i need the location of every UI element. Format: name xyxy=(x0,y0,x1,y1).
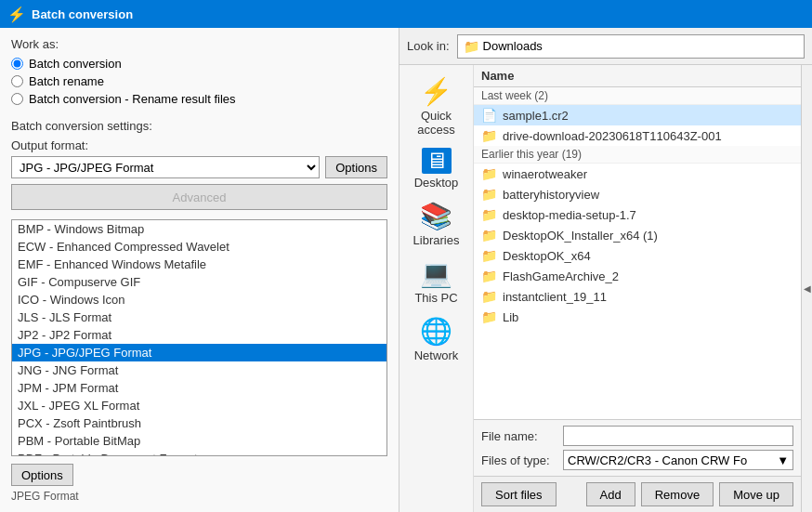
format-item-jls[interactable]: JLS - JLS Format xyxy=(12,309,386,326)
sidebar-item-this-pc-label: This PC xyxy=(414,291,457,305)
radio-batch-rename[interactable]: Batch rename xyxy=(11,74,387,88)
file-name-label: File name: xyxy=(481,429,556,443)
format-item-jpg[interactable]: JPG - JPG/JPEG Format xyxy=(12,344,386,361)
folder-icon-desktopok-x64: 📁 xyxy=(481,248,497,263)
add-button[interactable]: Add xyxy=(586,482,635,506)
format-item-jpm[interactable]: JPM - JPM Format xyxy=(12,379,386,397)
file-list: Last week (2) 📄 sample1.cr2 📁 drive-down… xyxy=(474,87,801,419)
quick-access-icon: ⚡ xyxy=(420,76,452,107)
file-item-batteryhistoryview[interactable]: 📁 batteryhistoryview xyxy=(474,184,801,204)
format-item-jp2[interactable]: JP2 - JP2 Format xyxy=(12,326,386,344)
file-name-flashgamearchive: FlashGameArchive_2 xyxy=(503,269,619,283)
file-name-winaerotweaker: winaerotweaker xyxy=(503,167,587,181)
file-item-desktopok-x64[interactable]: 📁 DesktopOK_x64 xyxy=(474,245,801,266)
format-item-ico[interactable]: ICO - Windows Icon xyxy=(12,291,386,309)
file-name-row: File name: xyxy=(481,426,793,446)
this-pc-icon: 💻 xyxy=(420,258,452,289)
radio-batch-conversion-rename[interactable]: Batch conversion - Rename result files xyxy=(11,92,387,106)
folder-icon-lib: 📁 xyxy=(481,309,497,324)
output-format-label: Output format: xyxy=(11,138,387,152)
file-browser: ⚡ Quick access 🖥 Desktop 📚 Libraries 💻 T… xyxy=(399,65,812,512)
files-of-type-row: Files of type: CRW/CR2/CR3 - Canon CRW F… xyxy=(481,450,793,470)
file-item-lib[interactable]: 📁 Lib xyxy=(474,307,801,327)
folder-icon-instantclient: 📁 xyxy=(481,289,497,304)
format-item-ecw[interactable]: ECW - Enhanced Compressed Wavelet xyxy=(12,238,386,256)
file-name-desktopok-x64: DesktopOK_x64 xyxy=(503,249,591,263)
desktop-icon: 🖥 xyxy=(422,148,452,174)
sidebar-item-this-pc[interactable]: 💻 This PC xyxy=(404,255,469,309)
format-item-pdf[interactable]: PDF - Portable Document Format xyxy=(12,450,386,456)
format-subtext: JPEG Format xyxy=(11,490,387,503)
options-row2: Options xyxy=(11,464,387,486)
radio-batch-conversion-rename-label: Batch conversion - Rename result files xyxy=(29,92,236,106)
format-item-bmp[interactable]: BMP - Windows Bitmap xyxy=(12,220,386,238)
network-icon: 🌐 xyxy=(420,316,452,347)
format-item-jxl[interactable]: JXL - JPEG XL Format xyxy=(12,397,386,414)
group-label-earlier: Earlier this year (19) xyxy=(474,146,801,164)
file-name-desktopok-installer: DesktopOK_Installer_x64 (1) xyxy=(503,229,658,243)
file-name-batteryhistoryview: batteryhistoryview xyxy=(503,188,599,202)
title-bar-text: Batch conversion xyxy=(32,7,133,21)
file-name-input[interactable] xyxy=(563,426,793,446)
icon-sidebar: ⚡ Quick access 🖥 Desktop 📚 Libraries 💻 T… xyxy=(399,65,474,512)
file-item-flashgamearchive[interactable]: 📁 FlashGameArchive_2 xyxy=(474,266,801,286)
file-list-header: Name xyxy=(474,65,801,87)
options-button-2[interactable]: Options xyxy=(11,464,73,486)
app-icon: ⚡ xyxy=(7,6,26,23)
look-in-combo[interactable]: 📁 Downloads xyxy=(457,34,805,59)
file-name-sample1cr2: sample1.cr2 xyxy=(503,109,569,123)
libraries-icon: 📚 xyxy=(420,201,452,231)
look-in-folder-icon: 📁 xyxy=(464,39,479,54)
sidebar-item-libraries[interactable]: 📚 Libraries xyxy=(404,197,469,251)
left-panel: Work as: Batch conversion Batch rename B… xyxy=(0,28,399,512)
format-item-gif[interactable]: GIF - Compuserve GIF xyxy=(12,273,386,291)
files-of-type-label: Files of type: xyxy=(481,453,556,467)
files-of-type-value: CRW/CR2/CR3 - Canon CRW Fo xyxy=(568,453,747,467)
sidebar-item-desktop[interactable]: 🖥 Desktop xyxy=(404,144,469,193)
format-item-emf[interactable]: EMF - Enhanced Windows Metafile xyxy=(12,256,386,273)
file-item-winaerotweaker[interactable]: 📁 winaerotweaker xyxy=(474,164,801,184)
work-as-label: Work as: xyxy=(11,37,387,51)
advanced-button[interactable]: Advanced xyxy=(11,184,387,210)
format-item-pcx[interactable]: PCX - Zsoft Paintbrush xyxy=(12,414,386,432)
file-icon-sample1cr2: 📄 xyxy=(481,108,497,123)
options-button[interactable]: Options xyxy=(325,156,387,178)
folder-icon-desktop-media-setup: 📁 xyxy=(481,207,497,222)
chevron-down-icon: ▼ xyxy=(777,453,789,467)
file-item-instantclient[interactable]: 📁 instantclient_19_11 xyxy=(474,286,801,307)
settings-label: Batch conversion settings: xyxy=(11,119,387,133)
sidebar-item-network[interactable]: 🌐 Network xyxy=(404,312,469,366)
right-panel: Look in: 📁 Downloads ⚡ Quick access 🖥 De… xyxy=(399,28,812,512)
remove-button[interactable]: Remove xyxy=(641,482,714,506)
group-label-last-week: Last week (2) xyxy=(474,87,801,105)
sidebar-item-desktop-label: Desktop xyxy=(414,176,459,190)
look-in-label: Look in: xyxy=(407,39,450,53)
bottom-buttons: Sort files Add Remove Move up xyxy=(474,476,801,512)
folder-icon-winaerotweaker: 📁 xyxy=(481,166,497,181)
file-item-sample1cr2[interactable]: 📄 sample1.cr2 xyxy=(474,105,801,125)
radio-batch-conversion[interactable]: Batch conversion xyxy=(11,57,387,71)
title-bar: ⚡ Batch conversion xyxy=(0,0,812,28)
format-row: JPG - JPG/JPEG Format Options xyxy=(11,156,387,178)
file-icon-drive-download: 📁 xyxy=(481,128,497,143)
file-area: Name Last week (2) 📄 sample1.cr2 📁 drive… xyxy=(474,65,801,512)
format-item-pbm[interactable]: PBM - Portable BitMap xyxy=(12,432,386,450)
sidebar-item-quick-access[interactable]: ⚡ Quick access xyxy=(404,72,469,140)
move-up-button[interactable]: Move up xyxy=(719,482,793,506)
file-name-lib: Lib xyxy=(503,310,518,324)
scroll-handle[interactable]: ◀ xyxy=(801,65,812,512)
file-name-instantclient: instantclient_19_11 xyxy=(503,290,607,304)
sidebar-item-network-label: Network xyxy=(414,348,459,362)
file-item-drive-download[interactable]: 📁 drive-download-20230618T110643Z-001 xyxy=(474,125,801,146)
files-of-type-combo[interactable]: CRW/CR2/CR3 - Canon CRW Fo ▼ xyxy=(563,450,793,470)
file-name-desktop-media-setup: desktop-media-setup-1.7 xyxy=(503,208,636,222)
format-dropdown-list[interactable]: BMP - Windows Bitmap ECW - Enhanced Comp… xyxy=(11,219,387,456)
format-select[interactable]: JPG - JPG/JPEG Format xyxy=(11,156,320,178)
format-item-jng[interactable]: JNG - JNG Format xyxy=(12,361,386,379)
file-item-desktop-media-setup[interactable]: 📁 desktop-media-setup-1.7 xyxy=(474,204,801,225)
file-item-desktopok-installer[interactable]: 📁 DesktopOK_Installer_x64 (1) xyxy=(474,225,801,245)
folder-icon-batteryhistoryview: 📁 xyxy=(481,187,497,202)
sort-files-button[interactable]: Sort files xyxy=(481,482,557,506)
radio-batch-rename-label: Batch rename xyxy=(29,74,104,88)
radio-group: Batch conversion Batch rename Batch conv… xyxy=(11,57,387,106)
